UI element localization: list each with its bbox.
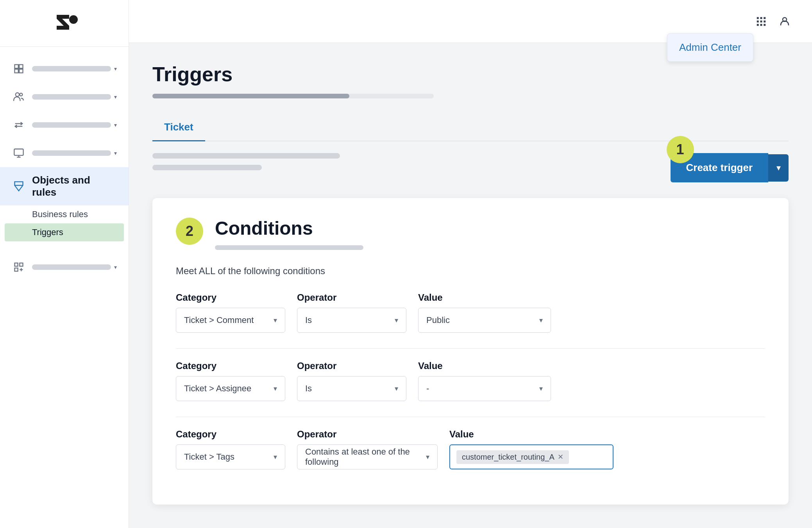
people-icon [12,90,26,104]
sidebar-item-apps[interactable]: ▾ [0,253,129,281]
condition-2-category-value: Ticket > Assignee [184,384,251,394]
condition-2-operator-value: Is [305,384,312,394]
grid-icon[interactable] [753,14,769,29]
objects-rules-icon [12,179,26,193]
condition-2-value-value: - [426,384,429,394]
condition-3-operator-label: Operator [297,429,438,440]
sidebar-item-screens-label [32,150,111,156]
sidebar-item-routing-label [32,122,111,128]
card-title-bar [215,245,363,250]
chevron-down-icon: ▾ [539,316,543,325]
svg-rect-4 [19,69,23,73]
svg-point-0 [69,15,78,24]
svg-rect-24 [760,24,762,26]
condition-3-category-field: Category Ticket > Tags ▾ [176,429,285,469]
svg-rect-17 [757,17,759,19]
condition-2-category-label: Category [176,360,285,371]
condition-1-category-select[interactable]: Ticket > Comment ▾ [176,308,285,333]
chevron-down-icon: ▾ [539,384,543,393]
condition-2-category-select[interactable]: Ticket > Assignee ▾ [176,376,285,401]
chevron-down-icon: ▾ [114,122,117,128]
condition-3-operator-value: Contains at least one of the following [305,447,426,467]
chevron-down-icon: ▾ [426,453,429,461]
actions-left [152,153,340,170]
svg-point-5 [16,93,19,96]
progress-bar-fill [152,94,349,98]
condition-1-value-select[interactable]: Public ▾ [418,308,551,333]
topbar: Admin Center [129,0,812,43]
progress-bar-container [152,94,434,98]
chevron-down-icon: ▾ [114,264,117,270]
card-title: Conditions [215,218,363,239]
divider-1 [176,348,765,349]
sidebar-item-people-label [32,94,111,100]
step-1-badge: 1 [667,136,694,163]
svg-rect-13 [20,263,23,266]
condition-2-operator-label: Operator [297,360,406,371]
admin-center-dropdown: Admin Center [667,33,753,62]
condition-3-value-field: Value customer_ticket_routing_A ✕ [449,429,613,469]
condition-1-operator-select[interactable]: Is ▾ [297,308,406,333]
admin-center-link[interactable]: Admin Center [679,41,741,53]
create-trigger-area: 1 Create trigger ▾ [671,153,789,182]
chevron-down-icon: ▾ [114,66,117,72]
svg-rect-12 [15,263,18,266]
condition-1-value-value: Public [426,315,450,325]
condition-3-tag-input[interactable]: customer_ticket_routing_A ✕ [449,444,613,469]
sidebar-item-objects-rules[interactable]: Objects and rules [0,167,129,205]
sidebar-item-objects-rules-label: Objects and rules [32,174,117,198]
placeholder-bar-2 [152,165,262,170]
sidebar-sub-triggers[interactable]: Triggers [5,223,124,241]
sidebar-item-people[interactable]: ▾ [0,83,129,111]
svg-rect-14 [15,268,18,271]
condition-1-value-label: Value [418,292,551,303]
sidebar-logo [0,0,129,47]
condition-1-category-field: Category Ticket > Comment ▾ [176,292,285,333]
create-trigger-dropdown-button[interactable]: ▾ [768,154,789,182]
sidebar-item-routing[interactable]: ▾ [0,111,129,139]
condition-row-1: Category Ticket > Comment ▾ Operator Is … [176,292,765,333]
svg-rect-23 [757,24,759,26]
condition-row-3: Category Ticket > Tags ▾ Operator Contai… [176,429,765,469]
main-content: Admin Center Triggers Ticket 1 Create tr… [129,0,812,528]
condition-3-operator-select[interactable]: Contains at least one of the following ▾ [297,444,438,469]
sidebar-item-workspaces[interactable]: ▾ [0,55,129,83]
condition-2-category-field: Category Ticket > Assignee ▾ [176,360,285,401]
routing-icon [12,118,26,132]
condition-2-operator-select[interactable]: Is ▾ [297,376,406,401]
svg-rect-1 [15,65,18,68]
user-icon[interactable] [777,14,792,29]
conditions-card: 2 Conditions Meet ALL of the following c… [152,198,789,505]
condition-1-value-field: Value Public ▾ [418,292,551,333]
workspaces-icon [12,62,26,76]
chevron-down-icon: ▾ [114,94,117,100]
svg-rect-22 [764,20,765,22]
tab-ticket[interactable]: Ticket [152,114,205,141]
condition-3-category-select[interactable]: Ticket > Tags ▾ [176,444,285,469]
apps-icon [12,260,26,274]
chevron-down-icon: ▾ [274,316,277,325]
condition-2-value-field: Value - ▾ [418,360,551,401]
svg-rect-25 [764,24,765,26]
chevron-down-icon: ▾ [114,150,117,156]
sidebar-sub-business-rules[interactable]: Business rules [0,205,129,223]
condition-1-operator-field: Operator Is ▾ [297,292,406,333]
meet-conditions-text: Meet ALL of the following conditions [176,266,765,276]
sidebar-item-workspaces-label [32,66,111,71]
condition-row-2: Category Ticket > Assignee ▾ Operator Is… [176,360,765,401]
condition-1-operator-value: Is [305,315,312,325]
svg-rect-2 [19,65,23,68]
tag-remove-icon[interactable]: ✕ [558,453,563,461]
condition-3-operator-field: Operator Contains at least one of the fo… [297,429,438,469]
tabs: Ticket [152,114,789,141]
condition-3-value-label: Value [449,429,613,440]
sidebar-item-screens[interactable]: ▾ [0,139,129,167]
condition-2-value-select[interactable]: - ▾ [418,376,551,401]
svg-point-6 [20,93,22,96]
chevron-down-icon: ▾ [395,384,398,393]
condition-2-value-label: Value [418,360,551,371]
condition-1-operator-label: Operator [297,292,406,303]
sidebar-navigation: ▾ ▾ ▾ [0,47,129,528]
divider-2 [176,417,765,417]
actions-row: 1 Create trigger ▾ [152,153,789,182]
